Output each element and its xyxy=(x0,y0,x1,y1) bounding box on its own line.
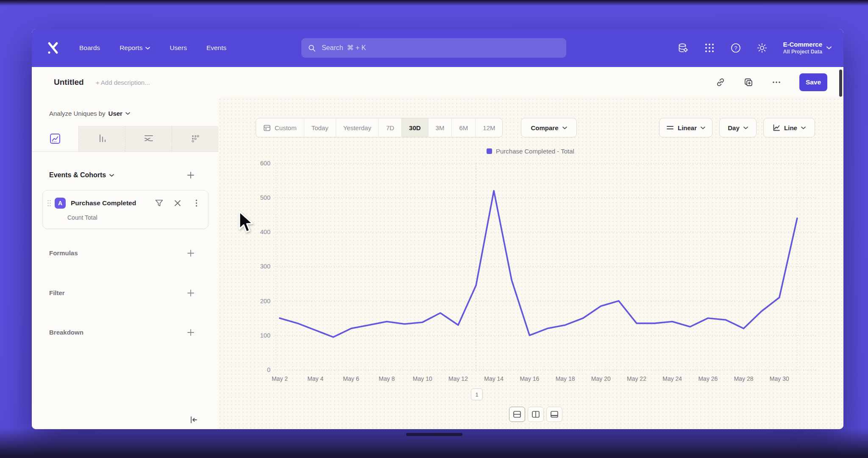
chart-canvas: Custom Today Yesterday 7D 30D 3M 6M 12M … xyxy=(218,98,843,429)
primary-nav: Boards Reports Users Events xyxy=(79,44,226,52)
window-resize-pill xyxy=(406,433,462,436)
background-vignette-top xyxy=(0,0,868,6)
svg-text:May 6: May 6 xyxy=(343,375,359,382)
plus-icon xyxy=(187,289,195,297)
query-builder-sidebar: Analyze Uniques by User xyxy=(32,98,219,429)
event-name[interactable]: Purchase Completed xyxy=(71,199,136,207)
drag-handle-icon[interactable] xyxy=(47,200,51,207)
tab-insights[interactable] xyxy=(32,126,78,151)
filter-funnel-icon[interactable] xyxy=(155,199,163,207)
split-vertical-icon xyxy=(531,411,540,418)
report-description-placeholder[interactable]: + Add description... xyxy=(96,79,150,86)
trend-line-chart[interactable]: 0100200300400500600May 2May 4May 6May 8M… xyxy=(218,98,843,429)
search-input[interactable] xyxy=(321,44,559,52)
svg-text:400: 400 xyxy=(260,229,270,235)
split-horizontal-icon xyxy=(513,411,521,418)
apps-grid-icon[interactable] xyxy=(704,42,715,53)
layout-split-vertical-button[interactable] xyxy=(528,407,544,422)
event-card-main-row: A Purchase Completed xyxy=(43,197,208,209)
collapse-sidebar-icon[interactable] xyxy=(188,414,200,426)
event-more-options-icon[interactable] xyxy=(192,199,200,207)
nav-item-reports[interactable]: Reports xyxy=(120,44,150,52)
nav-item-users[interactable]: Users xyxy=(170,44,186,52)
filter-section-label: Filter xyxy=(49,289,65,296)
remove-event-icon[interactable] xyxy=(173,199,182,207)
svg-text:May 16: May 16 xyxy=(520,375,539,382)
data-management-icon[interactable] xyxy=(678,42,689,53)
project-info: E-Commerce All Project Data xyxy=(783,41,822,55)
bar-chart-icon xyxy=(96,133,108,145)
svg-text:200: 200 xyxy=(260,298,270,304)
help-icon[interactable]: ? xyxy=(730,42,741,53)
report-type-tabs xyxy=(32,126,218,152)
svg-text:May 28: May 28 xyxy=(734,375,754,382)
project-subtitle: All Project Data xyxy=(783,49,822,56)
svg-text:May 14: May 14 xyxy=(484,375,504,382)
chevron-down-icon xyxy=(109,174,114,177)
plus-icon xyxy=(187,249,195,257)
layout-bottom-drawer-button[interactable] xyxy=(546,407,562,422)
add-event-button[interactable] xyxy=(185,170,196,181)
layout-split-horizontal-button[interactable] xyxy=(509,407,525,422)
project-name: E-Commerce xyxy=(783,41,822,49)
nav-item-events[interactable]: Events xyxy=(206,44,226,52)
mixpanel-logo-icon[interactable] xyxy=(45,39,61,56)
nav-item-label: Events xyxy=(206,44,226,52)
insights-line-chart-icon xyxy=(49,133,61,145)
nav-item-label: Users xyxy=(170,44,186,52)
svg-text:May 2: May 2 xyxy=(272,375,288,382)
svg-text:May 24: May 24 xyxy=(662,375,682,382)
settings-icon[interactable] xyxy=(757,42,768,53)
svg-text:May 10: May 10 xyxy=(413,375,432,382)
analyze-uniques-row: Analyze Uniques by User xyxy=(49,108,130,119)
add-formula-button[interactable] xyxy=(185,248,196,259)
events-cohorts-header[interactable]: Events & Cohorts xyxy=(49,170,114,181)
chevron-down-icon xyxy=(826,46,832,50)
scrollbar-thumb[interactable] xyxy=(839,70,842,97)
event-metric[interactable]: Count Total xyxy=(67,214,97,221)
save-button[interactable]: Save xyxy=(799,73,827,91)
analyze-label: Analyze Uniques by xyxy=(49,110,106,117)
event-card-icons xyxy=(155,199,200,207)
navbar-right-cluster: ? E-Commerce All Project Data xyxy=(678,29,832,67)
more-options-icon[interactable] xyxy=(771,77,782,87)
svg-text:May 26: May 26 xyxy=(698,375,718,382)
event-card-purchase-completed[interactable]: A Purchase Completed Count Total xyxy=(42,190,209,229)
tab-funnels[interactable] xyxy=(78,126,125,151)
svg-text:May 4: May 4 xyxy=(307,375,323,382)
tab-retention[interactable] xyxy=(172,126,218,151)
svg-text:100: 100 xyxy=(260,332,270,339)
panel-layout-toggles xyxy=(509,407,562,422)
svg-text:May 18: May 18 xyxy=(556,375,575,382)
report-actions: Save xyxy=(715,73,827,91)
add-filter-button[interactable] xyxy=(185,288,196,299)
svg-text:May 20: May 20 xyxy=(591,375,611,382)
svg-text:600: 600 xyxy=(260,160,270,167)
duplicate-icon[interactable] xyxy=(743,77,754,87)
svg-text:?: ? xyxy=(734,45,737,51)
search-icon xyxy=(308,44,316,52)
add-breakdown-button[interactable] xyxy=(185,327,196,338)
analyze-value-dropdown[interactable]: User xyxy=(108,110,122,117)
plus-icon xyxy=(187,171,195,179)
report-header: Untitled + Add description... Sa xyxy=(32,67,843,98)
nav-item-boards[interactable]: Boards xyxy=(79,44,100,52)
svg-text:0: 0 xyxy=(267,366,270,373)
svg-text:May 8: May 8 xyxy=(379,375,395,382)
svg-text:300: 300 xyxy=(260,263,270,270)
report-title[interactable]: Untitled xyxy=(54,78,84,87)
event-series-badge: A xyxy=(55,198,66,209)
retention-dots-icon xyxy=(189,133,201,145)
svg-text:May 12: May 12 xyxy=(448,375,468,382)
chevron-down-icon xyxy=(145,47,150,50)
chevron-down-icon[interactable] xyxy=(125,112,130,115)
global-search[interactable] xyxy=(301,38,566,58)
app-window: Boards Reports Users Events xyxy=(32,29,843,429)
svg-text:May 30: May 30 xyxy=(770,375,789,382)
copy-link-icon[interactable] xyxy=(715,77,726,87)
svg-text:500: 500 xyxy=(260,194,270,201)
bottom-drawer-icon xyxy=(550,411,559,418)
project-switcher[interactable]: E-Commerce All Project Data xyxy=(783,41,832,55)
annotation-marker[interactable]: 1 xyxy=(471,388,483,400)
tab-flows[interactable] xyxy=(125,126,172,151)
